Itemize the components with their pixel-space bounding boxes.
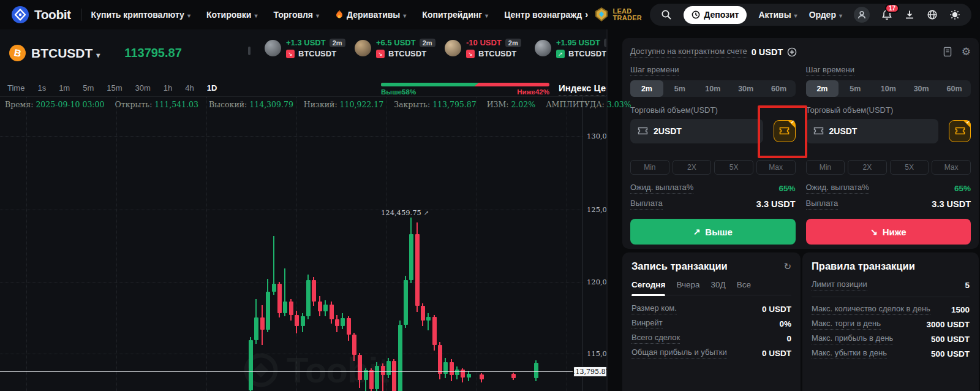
trade-duration-badge: 2m (420, 39, 435, 47)
legend-item: Открыть:111,541.03 (115, 100, 198, 109)
toobit-logo-icon (11, 6, 29, 24)
quick-amount-button[interactable]: Min (806, 160, 845, 175)
timeframe-tab[interactable]: 15m (107, 83, 122, 93)
sentiment-gauge: Выше58% Ниже42% (381, 83, 549, 96)
trader-card[interactable]: +1.3 USDT 2m ↘ BTCUSDT (265, 38, 355, 58)
price-axis[interactable] (582, 97, 583, 391)
chevron-right-icon (585, 10, 588, 20)
quick-amount-button[interactable]: 2X (848, 160, 887, 175)
bonus-coupon-button[interactable]: ✓ (949, 120, 971, 142)
carousel-scrollbar[interactable] (248, 47, 251, 55)
records-tab[interactable]: Сегодня (631, 280, 665, 295)
sentiment-bar-up (381, 83, 479, 86)
add-funds-plus-icon[interactable] (787, 47, 797, 57)
time-step-option[interactable]: 5m (663, 80, 696, 97)
records-tab[interactable]: Все (737, 280, 751, 295)
candle-body (467, 374, 471, 378)
time-step-label: Шаг времени (806, 65, 854, 76)
notifications-bell-icon[interactable]: 17 (881, 9, 892, 20)
time-step-option[interactable]: 30m (905, 80, 938, 97)
rule-row: Лимит позиции 5 (812, 278, 970, 292)
records-tab[interactable]: Вчера (676, 280, 699, 295)
timeframe-tab[interactable]: Time (7, 83, 24, 93)
check-icon: ✓ (966, 120, 970, 125)
toobit-logo[interactable]: Toobit (11, 6, 71, 24)
menu-derivatives[interactable]: Деривативы (335, 10, 406, 20)
timeframe-tab[interactable]: 4h (185, 83, 194, 93)
quick-amount-buttons: Min2X5XMax (630, 160, 796, 175)
check-icon: ✓ (791, 120, 795, 125)
time-step-option[interactable]: 2m (806, 80, 839, 97)
language-globe-icon[interactable] (927, 9, 938, 20)
volume-input[interactable]: 2USDT (806, 119, 939, 143)
chevron-down-icon (187, 10, 190, 20)
trade-direction-icon: ↘ (286, 50, 295, 58)
bonus-coupon-button[interactable]: ✓ (774, 120, 796, 142)
profile-avatar[interactable] (854, 7, 870, 23)
candle-body (438, 345, 442, 374)
refresh-icon[interactable]: ↻ (783, 261, 791, 272)
chevron-down-icon (254, 10, 257, 20)
gridline (567, 97, 567, 391)
pair-selector[interactable]: BTCUSDT (31, 46, 100, 61)
gridline (386, 97, 387, 391)
volume-input[interactable]: 2USDT (630, 119, 763, 143)
timeframe-tab[interactable]: 30m (135, 83, 151, 93)
candle-body (432, 317, 437, 345)
sentiment-up-label: Выше58% (381, 88, 416, 96)
record-row: Винрейт0% (631, 316, 791, 331)
candle-body (369, 370, 374, 389)
candlestick-chart[interactable]: 130,000.00 125,000.00 120,000.00 115,000… (0, 97, 606, 391)
quick-amount-button[interactable]: 5X (890, 160, 929, 175)
buy-down-button[interactable]: ↘ Ниже (806, 219, 971, 245)
assets-menu[interactable]: Активы (758, 10, 797, 20)
trade-symbol: BTCUSDT (478, 49, 516, 58)
candle-body (381, 366, 385, 375)
gridline (26, 97, 27, 391)
timeframe-tab[interactable]: 5m (83, 83, 94, 93)
timeframe-tab[interactable]: 1D (207, 83, 217, 93)
orders-history-icon[interactable] (943, 45, 952, 58)
gear-icon[interactable]: ⚙ (962, 45, 971, 58)
trader-pnl: -10 USDT (466, 38, 502, 47)
ticker-row: B BTCUSDT 113795.87 +1.3 USDT 2m (0, 29, 606, 77)
menu-quotes[interactable]: Котировки (206, 10, 258, 20)
quick-amount-button[interactable]: 2X (673, 160, 712, 175)
records-tab[interactable]: 30Д (711, 280, 726, 295)
quick-amount-button[interactable]: Max (932, 160, 971, 175)
gridline (206, 97, 207, 391)
trader-card[interactable]: -10 USDT 2m ↘ BTCUSDT (445, 38, 535, 58)
legend-item: Время:2025-09-10 03:00 (5, 100, 104, 109)
time-step-option[interactable]: 60m (938, 80, 971, 97)
time-step-option[interactable]: 30m (729, 80, 763, 97)
time-step-option[interactable]: 2m (630, 80, 663, 97)
menu-rewards-center[interactable]: Центр вознагражд (504, 10, 588, 20)
quick-amount-button[interactable]: 5X (714, 160, 753, 175)
time-step-option[interactable]: 10m (872, 80, 905, 97)
order-menu[interactable]: Ордер (809, 10, 842, 20)
download-app-icon[interactable] (904, 9, 915, 20)
timeframe-tab[interactable]: 1m (59, 83, 70, 93)
menu-copy-trading[interactable]: Копитрейдинг (422, 10, 488, 20)
timeframe-tab[interactable]: 1s (37, 83, 46, 93)
deposit-button[interactable]: Депозит (684, 6, 747, 24)
transaction-records-card: Запись транзакции ↻ СегодняВчера30ДВсе Р… (622, 252, 801, 391)
time-step-option[interactable]: 10m (696, 80, 729, 97)
gridline (0, 282, 582, 283)
search-icon[interactable] (661, 9, 672, 20)
records-tabs: СегодняВчера30ДВсе (631, 280, 791, 295)
candle-body (283, 302, 287, 313)
candle-body (272, 284, 276, 292)
time-step-option[interactable]: 60m (763, 80, 796, 97)
quick-amount-button[interactable]: Min (630, 160, 669, 175)
timeframe-tab[interactable]: 1h (164, 83, 172, 93)
menu-buy-crypto[interactable]: Купить криптовалюту (91, 10, 190, 20)
theme-sun-icon[interactable] (949, 9, 960, 20)
buy-up-button[interactable]: ↗ Выше (630, 219, 796, 245)
lead-trader-badge[interactable]: LEADTRADER (594, 7, 642, 23)
quick-amount-button[interactable]: Max (756, 160, 796, 175)
time-step-option[interactable]: 5m (839, 80, 872, 97)
menu-trade[interactable]: Торговля (274, 10, 320, 20)
trader-avatar (535, 40, 551, 56)
trader-card[interactable]: +6.5 USDT 2m ↘ BTCUSDT (355, 38, 445, 58)
